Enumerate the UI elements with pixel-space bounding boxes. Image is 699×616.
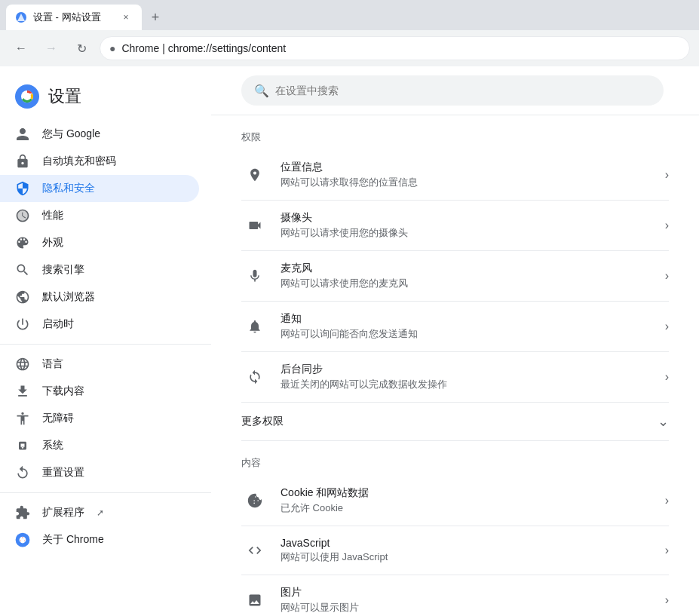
sidebar-item-reset[interactable]: 重置设置 bbox=[0, 459, 199, 486]
sync-icon bbox=[241, 363, 268, 391]
notifications-title: 通知 bbox=[281, 312, 653, 326]
sidebar-item-search-label: 搜索引擎 bbox=[42, 263, 84, 277]
tab-title: 设置 - 网站设置 bbox=[33, 11, 113, 24]
sidebar-item-browser-label: 默认浏览器 bbox=[42, 290, 95, 304]
privacy-icon bbox=[15, 181, 30, 196]
content-area: 权限 位置信息 网站可以请求取得您的位置信息 › bbox=[211, 115, 699, 616]
person-icon bbox=[15, 127, 30, 142]
sidebar-header: 设置 bbox=[0, 78, 211, 121]
forward-button[interactable]: → bbox=[39, 36, 63, 60]
location-setting-row[interactable]: 位置信息 网站可以请求取得您的位置信息 › bbox=[241, 150, 669, 201]
right-panel: 🔍 权限 位置信息 网站可以请求取得您的位置信息 › bbox=[211, 66, 699, 616]
images-desc: 网站可以显示图片 bbox=[281, 601, 653, 614]
address-text: Chrome | chrome://settings/content bbox=[121, 42, 680, 54]
chrome-about-icon bbox=[15, 532, 30, 547]
language-icon bbox=[15, 357, 30, 372]
sidebar-item-privacy-label: 隐私和安全 bbox=[42, 182, 95, 195]
sidebar-item-about[interactable]: 关于 Chrome bbox=[0, 526, 199, 553]
notifications-setting-row[interactable]: 通知 网站可以询问能否向您发送通知 › bbox=[241, 302, 669, 352]
sidebar-item-about-label: 关于 Chrome bbox=[42, 533, 104, 547]
search-icon: 🔍 bbox=[254, 84, 269, 98]
more-permissions-chevron-icon: ⌄ bbox=[658, 413, 669, 430]
address-url: chrome://settings/content bbox=[168, 42, 286, 54]
address-bar[interactable]: ● Chrome | chrome://settings/content bbox=[100, 36, 690, 60]
sidebar-item-startup[interactable]: 启动时 bbox=[0, 311, 199, 338]
sidebar-divider-2 bbox=[0, 492, 211, 493]
tab-favicon bbox=[15, 11, 27, 23]
images-arrow-icon: › bbox=[665, 593, 669, 607]
location-desc: 网站可以请求取得您的位置信息 bbox=[281, 176, 653, 189]
back-button[interactable]: ← bbox=[9, 36, 33, 60]
microphone-icon bbox=[241, 262, 268, 290]
search-bar[interactable]: 🔍 bbox=[241, 75, 664, 106]
sidebar-item-system-label: 系统 bbox=[42, 439, 63, 452]
sidebar-item-extensions[interactable]: 扩展程序 ➚ bbox=[0, 499, 199, 526]
microphone-arrow-icon: › bbox=[665, 269, 669, 283]
address-separator: | bbox=[162, 42, 168, 54]
sync-arrow-icon: › bbox=[665, 370, 669, 384]
content-section-label: 内容 bbox=[241, 441, 669, 476]
search-input[interactable] bbox=[275, 84, 651, 97]
external-link-icon: ➚ bbox=[97, 507, 104, 518]
camera-text: 摄像头 网站可以请求使用您的摄像头 bbox=[281, 211, 653, 240]
cookie-icon bbox=[241, 487, 268, 514]
sidebar-item-system[interactable]: 系统 bbox=[0, 432, 199, 459]
appearance-icon bbox=[15, 235, 30, 250]
tab-bar: 设置 - 网站设置 × + bbox=[0, 0, 699, 30]
sidebar-item-privacy[interactable]: 隐私和安全 bbox=[0, 175, 199, 202]
sidebar-item-language[interactable]: 语言 bbox=[0, 351, 199, 378]
sidebar-item-google[interactable]: 您与 Google bbox=[0, 121, 199, 148]
microphone-setting-row[interactable]: 麦克风 网站可以请求使用您的麦克风 › bbox=[241, 251, 669, 302]
notifications-icon bbox=[241, 313, 268, 340]
browser-icon bbox=[15, 290, 30, 305]
sidebar-item-performance-label: 性能 bbox=[42, 209, 63, 222]
cookies-title: Cookie 和网站数据 bbox=[281, 486, 653, 500]
more-permissions-label: 更多权限 bbox=[241, 415, 284, 428]
location-title: 位置信息 bbox=[281, 161, 653, 174]
javascript-icon bbox=[241, 537, 268, 564]
sidebar-item-autofill[interactable]: 自动填充和密码 bbox=[0, 148, 199, 175]
new-tab-button[interactable]: + bbox=[145, 7, 166, 28]
camera-setting-row[interactable]: 摄像头 网站可以请求使用您的摄像头 › bbox=[241, 201, 669, 251]
notifications-desc: 网站可以询问能否向您发送通知 bbox=[281, 327, 653, 341]
sidebar-item-language-label: 语言 bbox=[42, 357, 63, 371]
camera-icon bbox=[241, 212, 268, 239]
background-sync-desc: 最近关闭的网站可以完成数据收发操作 bbox=[281, 378, 653, 391]
performance-icon bbox=[15, 208, 30, 223]
images-setting-row[interactable]: 图片 网站可以显示图片 › bbox=[241, 575, 669, 616]
chrome-logo bbox=[15, 84, 39, 109]
background-sync-setting-row[interactable]: 后台同步 最近关闭的网站可以完成数据收发操作 › bbox=[241, 352, 669, 403]
tab-close-button[interactable]: × bbox=[119, 11, 133, 24]
sidebar-item-accessibility[interactable]: 无障碍 bbox=[0, 405, 199, 432]
images-title: 图片 bbox=[281, 586, 653, 599]
javascript-setting-row[interactable]: JavaScript 网站可以使用 JavaScript › bbox=[241, 526, 669, 575]
sidebar-item-default-browser[interactable]: 默认浏览器 bbox=[0, 283, 199, 311]
sidebar-title: 设置 bbox=[48, 85, 81, 108]
reload-button[interactable]: ↻ bbox=[69, 36, 94, 60]
sidebar-divider-1 bbox=[0, 344, 211, 345]
camera-title: 摄像头 bbox=[281, 211, 653, 225]
javascript-arrow-icon: › bbox=[665, 544, 669, 557]
search-engine-icon bbox=[15, 262, 30, 277]
sidebar-item-appearance[interactable]: 外观 bbox=[0, 229, 199, 256]
more-permissions-row[interactable]: 更多权限 ⌄ bbox=[241, 403, 669, 441]
reset-icon bbox=[15, 465, 30, 480]
active-tab[interactable]: 设置 - 网站设置 × bbox=[6, 5, 142, 30]
sidebar-item-performance[interactable]: 性能 bbox=[0, 202, 199, 229]
background-sync-title: 后台同步 bbox=[281, 363, 653, 376]
background-sync-text: 后台同步 最近关闭的网站可以完成数据收发操作 bbox=[281, 363, 653, 391]
accessibility-icon bbox=[15, 411, 30, 426]
extensions-icon bbox=[15, 505, 30, 520]
cookies-setting-row[interactable]: Cookie 和网站数据 已允许 Cookie › bbox=[241, 476, 669, 526]
sidebar-item-accessibility-label: 无障碍 bbox=[42, 412, 74, 425]
sidebar-item-search[interactable]: 搜索引擎 bbox=[0, 256, 199, 283]
microphone-desc: 网站可以请求使用您的麦克风 bbox=[281, 277, 653, 290]
sidebar-item-google-label: 您与 Google bbox=[42, 127, 100, 141]
sidebar: 设置 您与 Google 自动填充和密码 隐私和安全 bbox=[0, 66, 211, 616]
microphone-text: 麦克风 网站可以请求使用您的麦克风 bbox=[281, 262, 653, 290]
camera-arrow-icon: › bbox=[665, 219, 669, 232]
permissions-section-label: 权限 bbox=[241, 115, 669, 150]
address-security-icon: ● bbox=[109, 42, 115, 54]
sidebar-item-downloads[interactable]: 下载内容 bbox=[0, 378, 199, 405]
location-arrow-icon: › bbox=[665, 168, 669, 182]
